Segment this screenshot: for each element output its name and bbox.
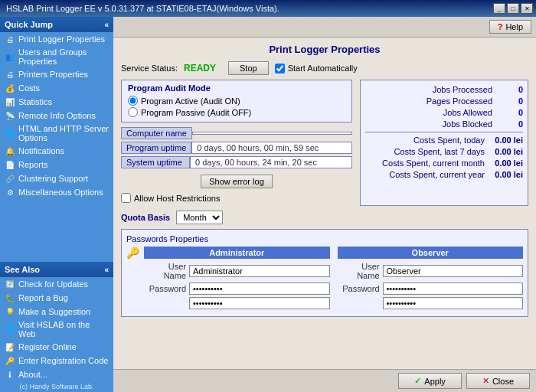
sidebar-item-about[interactable]: ℹ About...	[0, 368, 113, 381]
service-status-label: Service Status:	[121, 64, 178, 73]
pages-processed-label: Pages Processed	[365, 96, 492, 106]
admin-password-input[interactable]	[189, 283, 330, 295]
costs-year-value: 0.00 lei	[485, 170, 523, 179]
sidebar-item-check-updates[interactable]: 🔄 Check for Updates	[0, 277, 113, 291]
admin-password2-row	[144, 297, 330, 309]
maximize-button[interactable]: □	[507, 3, 519, 14]
bug-icon: 🐛	[5, 292, 15, 303]
page-title: Print Logger Properties	[121, 44, 528, 55]
show-error-log-button[interactable]: Show error log	[201, 175, 273, 188]
sidebar-item-clustering[interactable]: 🔗 Clustering Support	[0, 172, 113, 185]
sidebar-item-misc[interactable]: ⚙ Miscellaneous Options	[0, 185, 113, 199]
help-icon: ?	[498, 22, 503, 31]
computer-name-label: Computer name	[121, 127, 192, 139]
costs-month-row: Costs Spent, current month 0.00 lei	[365, 158, 523, 168]
audit-active-label: Program Active (Audit ON)	[141, 96, 240, 106]
minimize-button[interactable]: _	[493, 3, 505, 14]
admin-username-input[interactable]	[189, 265, 330, 277]
costs-year-row: Costs Spent, current year 0.00 lei	[365, 170, 523, 179]
passwords-title: Passwords Properties	[126, 234, 523, 243]
content-area: ? Help Print Logger Properties Service S…	[113, 17, 536, 392]
title-controls: _ □ ✕	[493, 3, 533, 14]
pages-processed-row: Pages Processed 0	[365, 96, 523, 106]
audit-passive-label: Program Passive (Audit OFF)	[141, 108, 251, 117]
apply-button[interactable]: ✓ Apply	[398, 373, 462, 389]
observer-password-label: Password	[338, 284, 380, 293]
key-icon: 🔑	[5, 355, 15, 366]
title-text: HSLAB Print Logger EE v 5.0.31.377 at ST…	[3, 4, 279, 13]
left-column: Program Audit Mode Program Active (Audit…	[121, 80, 352, 206]
allow-host-row: Allow Host Restrictions	[121, 193, 352, 203]
passwords-section: Passwords Properties 🔑 Administrator Use…	[121, 229, 528, 317]
costs-today-label: Costs Spent, today	[365, 136, 485, 145]
main-content: Print Logger Properties Service Status: …	[113, 38, 536, 369]
close-button[interactable]: ✕ Close	[466, 373, 530, 389]
quota-select[interactable]: Month Day Week Year	[176, 211, 223, 224]
sidebar-item-notifications[interactable]: 🔔 Notifications	[0, 144, 113, 158]
info-icon: ℹ	[5, 369, 15, 380]
sidebar-item-html-http[interactable]: 🌐 HTML and HTTP Server Options	[0, 122, 113, 144]
footer: ✓ Apply ✕ Close	[113, 369, 536, 392]
admin-col: Administrator User Name Password	[144, 247, 330, 312]
pages-processed-value: 0	[492, 96, 523, 106]
web-icon: 🌐	[5, 324, 15, 335]
sidebar-item-costs[interactable]: 💰 Costs	[0, 81, 113, 95]
help-button[interactable]: ? Help	[489, 20, 531, 34]
observer-title: Observer	[338, 247, 524, 259]
sidebar-item-visit-web[interactable]: 🌐 Visit HSLAB on the Web	[0, 318, 113, 340]
computer-name-value	[192, 132, 352, 135]
sidebar-item-printers-props[interactable]: 🖨 Printers Properties	[0, 67, 113, 81]
collapse-icon: «	[104, 21, 109, 29]
audit-passive-radio[interactable]	[128, 107, 138, 117]
quota-row: Quota Basis Month Day Week Year	[121, 211, 528, 224]
sidebar-item-register[interactable]: 📝 Register Online	[0, 340, 113, 354]
costs-last7-label: Costs Spent, last 7 days	[365, 147, 485, 156]
sidebar-item-users-groups[interactable]: 👥 Users and Groups Properties	[0, 46, 113, 67]
html-icon: 🌐	[5, 128, 15, 139]
allow-host-label: Allow Host Restrictions	[134, 194, 220, 203]
sidebar-item-remote-info[interactable]: 📡 Remote Info Options	[0, 109, 113, 122]
start-auto-row: Start Automatically	[275, 64, 358, 74]
costs-today-row: Costs Spent, today 0.00 lei	[365, 136, 523, 145]
sidebar-item-reports[interactable]: 📄 Reports	[0, 158, 113, 172]
remote-icon: 📡	[5, 110, 15, 121]
audit-mode-box: Program Audit Mode Program Active (Audit…	[121, 80, 352, 122]
system-uptime-value: 0 days, 00 hours, 24 min, 20 sec	[190, 156, 352, 168]
jobs-allowed-value: 0	[492, 108, 523, 117]
sidebar-item-print-logger-props[interactable]: 🖨 Print Logger Properties	[0, 32, 113, 46]
observer-password2-input[interactable]	[383, 297, 524, 309]
observer-username-label: User Name	[338, 262, 380, 280]
system-uptime-row: System uptime 0 days, 00 hours, 24 min, …	[121, 156, 352, 168]
admin-password-label: Password	[144, 284, 186, 293]
suggestion-icon: 💡	[5, 306, 15, 317]
costs-last7-row: Costs Spent, last 7 days 0.00 lei	[365, 147, 523, 156]
sidebar-item-statistics[interactable]: 📊 Statistics	[0, 95, 113, 109]
close-x-icon: ✕	[482, 376, 489, 386]
radio-active: Program Active (Audit ON)	[128, 96, 345, 106]
close-window-button[interactable]: ✕	[521, 3, 533, 14]
costs-last7-value: 0.00 lei	[485, 147, 523, 156]
content-header: ? Help	[113, 17, 536, 38]
computer-name-row: Computer name	[121, 127, 352, 139]
observer-password2-row	[338, 297, 524, 309]
sidebar-item-suggestion[interactable]: 💡 Make a Suggestion	[0, 305, 113, 318]
sidebar-item-report-bug[interactable]: 🐛 Report a Bug	[0, 291, 113, 305]
stop-button[interactable]: Stop	[228, 61, 269, 75]
program-uptime-label: Program uptime	[121, 142, 191, 154]
costs-today-value: 0.00 lei	[485, 136, 523, 145]
audit-active-radio[interactable]	[128, 96, 138, 106]
register-icon: 📝	[5, 341, 15, 352]
allow-host-checkbox[interactable]	[121, 193, 131, 203]
sidebar-item-enter-reg[interactable]: 🔑 Enter Registration Code	[0, 354, 113, 368]
see-also-header: See Also «	[0, 262, 113, 277]
printer-icon: 🖨	[5, 69, 15, 80]
jobs-processed-value: 0	[492, 85, 523, 94]
start-auto-checkbox[interactable]	[275, 64, 285, 74]
observer-username-input[interactable]	[383, 265, 524, 277]
observer-password-input[interactable]	[383, 283, 524, 295]
admin-password2-input[interactable]	[189, 297, 330, 309]
observer-password-row: Password	[338, 283, 524, 295]
observer-username-row: User Name	[338, 262, 524, 280]
audit-mode-title: Program Audit Mode	[128, 83, 345, 93]
program-uptime-value: 0 days, 00 hours, 00 min, 59 sec	[191, 142, 352, 154]
